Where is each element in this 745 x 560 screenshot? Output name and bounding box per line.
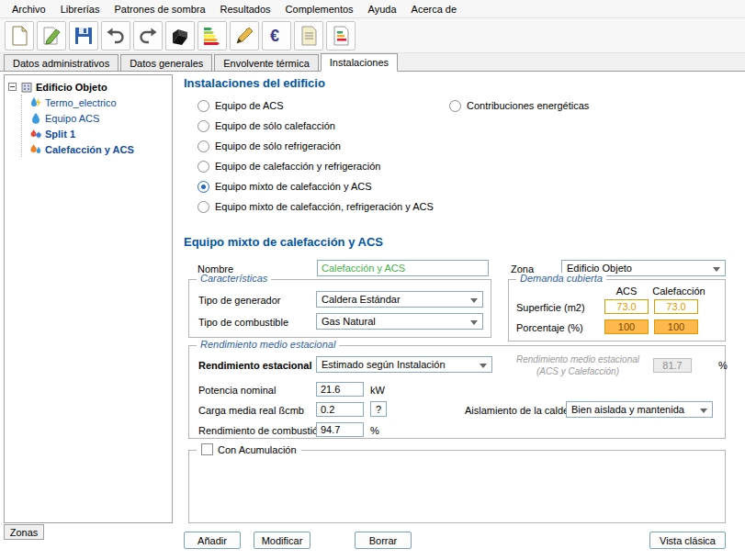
rendimiento-groupbox: Rendimiento medio estacional Rendimiento… — [188, 345, 726, 439]
rendimiento-medio-unit: % — [718, 360, 728, 371]
report-icon — [299, 26, 319, 46]
menu-item-ayuda[interactable]: Ayuda — [361, 2, 404, 17]
acumulacion-legend: Con Acumulación — [197, 443, 301, 455]
radio-equipo-acs[interactable]: Equipo de ACS — [198, 99, 284, 112]
aislamiento-select[interactable]: Bien aislada y mantenida — [566, 401, 713, 418]
radio-calefaccion-y-refrigeracion[interactable]: Equipo de calefacción y refrigeración — [198, 160, 380, 173]
tipo-combustible-value: Gas Natural — [322, 316, 376, 327]
combustion-input[interactable] — [316, 422, 364, 437]
potencia-nominal-input[interactable] — [316, 382, 364, 397]
redo-icon — [138, 26, 158, 46]
tree-root-edificio-objeto[interactable]: Edificio Objeto — [6, 79, 170, 95]
menu-item-archivo[interactable]: Archivo — [5, 2, 53, 17]
radio-mixto-calefaccion-refrigeracion-acs[interactable]: Equipo mixto de calefacción, refrigeraci… — [198, 200, 434, 213]
tipo-combustible-select[interactable]: Gas Natural — [316, 313, 483, 330]
menu-item-complementos[interactable]: Complementos — [278, 2, 361, 17]
svg-text:€: € — [270, 27, 279, 45]
open-edit-button[interactable] — [37, 21, 66, 50]
tree-item-termo-electrico[interactable]: Termo_electrico — [28, 95, 170, 110]
menu-bar: Archivo Librerías Patrones de sombra Res… — [0, 0, 745, 18]
superficie-calefaccion-input[interactable] — [654, 299, 698, 314]
nombre-input[interactable] — [317, 260, 489, 276]
euro-cost-button[interactable]: € — [262, 21, 291, 50]
rendimiento-title: Rendimiento medio estacional — [197, 339, 339, 350]
aislamiento-value: Bien aislada y mantenida — [571, 404, 684, 415]
porcentaje-calefaccion-input[interactable] — [654, 319, 698, 334]
tipo-generador-value: Caldera Estándar — [322, 294, 401, 305]
delete-button[interactable]: Borrar — [355, 532, 412, 549]
radio-icon — [198, 201, 209, 213]
tipo-generador-label: Tipo de generador — [198, 295, 281, 306]
tab-datos-generales[interactable]: Datos generales — [120, 54, 212, 71]
tree-root-label: Edificio Objeto — [36, 82, 107, 93]
open-edit-icon — [41, 26, 62, 46]
rendimiento-estacional-select[interactable]: Estimado según Instalación — [316, 356, 492, 373]
redo-button[interactable] — [133, 21, 163, 50]
demanda-col-calefaccion: Calefacción — [650, 286, 707, 297]
radio-icon — [449, 100, 461, 112]
tree-expander-icon[interactable] — [8, 83, 17, 91]
save-button[interactable] — [69, 21, 98, 50]
tab-envolvente-termica[interactable]: Envolvente térmica — [214, 54, 319, 71]
tab-instalaciones[interactable]: Instalaciones — [321, 53, 398, 72]
menu-item-librerias[interactable]: Librerías — [53, 2, 107, 17]
potencia-nominal-label: Potencia nominal — [198, 385, 276, 396]
radio-solo-refrigeracion[interactable]: Equipo de sólo refrigeración — [198, 140, 341, 152]
porcentaje-acs-input[interactable] — [604, 319, 649, 334]
undo-button[interactable] — [101, 21, 130, 50]
acumulacion-checkbox[interactable] — [201, 443, 213, 455]
water-heater-icon — [29, 96, 41, 108]
installations-title: Instalaciones del edificio — [184, 76, 325, 90]
undo-icon — [106, 26, 126, 46]
carga-media-label: Carga media real ßcmb — [198, 405, 304, 416]
radio-mixto-calefaccion-acs[interactable]: Equipo mixto de calefacción y ACS — [198, 180, 372, 193]
report-button[interactable] — [294, 21, 323, 50]
superficie-acs-input[interactable] — [604, 299, 649, 314]
radio-label: Equipo mixto de calefacción, refrigeraci… — [215, 201, 434, 212]
carga-media-input[interactable] — [316, 402, 364, 417]
acumulacion-label: Con Acumulación — [218, 444, 297, 455]
tree-item-equipo-acs[interactable]: Equipo ACS — [28, 110, 170, 126]
rendimiento-medio-note: Rendimiento medio estacional (ACS y Cale… — [509, 354, 647, 377]
classic-view-button[interactable]: Vista clásica — [649, 532, 726, 549]
radio-solo-calefaccion[interactable]: Equipo de sólo calefacción — [198, 119, 335, 132]
tree-item-label: Equipo ACS — [45, 113, 99, 124]
shadow-pattern-button[interactable] — [165, 21, 195, 50]
rendimiento-estacional-value: Estimado según Instalación — [322, 359, 446, 370]
radio-label: Contribuciones energéticas — [467, 100, 589, 111]
potencia-unit: kW — [370, 385, 385, 396]
caracteristicas-title: Características — [197, 273, 271, 284]
new-file-icon — [9, 26, 29, 46]
content-area: Edificio Objeto Termo_electrico Equipo A… — [0, 72, 745, 560]
euro-icon: € — [266, 26, 287, 46]
tree-children: Termo_electrico Equipo ACS Split 1 — [21, 95, 170, 157]
dhw-droplet-icon — [29, 112, 41, 124]
radio-contribuciones-energeticas[interactable]: Contribuciones energéticas — [449, 99, 589, 112]
menu-item-resultados[interactable]: Resultados — [213, 2, 278, 17]
energy-label-button[interactable] — [198, 21, 227, 50]
tab-strip: Datos administrativos Datos generales En… — [0, 53, 745, 72]
menu-item-acerca-de[interactable]: Acerca de — [404, 2, 465, 17]
acumulacion-groupbox: Con Acumulación — [188, 450, 726, 523]
zonas-button[interactable]: Zonas — [4, 524, 44, 540]
carga-help-button[interactable]: ? — [370, 401, 387, 417]
menu-item-patrones[interactable]: Patrones de sombra — [107, 2, 212, 17]
edit-pencil-button[interactable]: A — [230, 21, 259, 50]
new-file-button[interactable] — [5, 21, 34, 50]
combustion-label: Rendimiento de combustión — [198, 425, 323, 436]
radio-label: Equipo de sólo calefacción — [215, 120, 335, 131]
save-icon — [73, 26, 94, 46]
tree-item-split-1[interactable]: Split 1 — [28, 126, 170, 141]
certificate-button[interactable] — [326, 21, 356, 50]
demanda-title: Demanda cubierta — [516, 273, 606, 284]
building-tree-panel: Edificio Objeto Termo_electrico Equipo A… — [4, 74, 173, 523]
tipo-generador-select[interactable]: Caldera Estándar — [316, 291, 483, 308]
add-button[interactable]: Añadir — [184, 532, 241, 549]
modify-button[interactable]: Modificar — [254, 532, 310, 549]
tab-datos-administrativos[interactable]: Datos administrativos — [4, 54, 119, 71]
tree-item-calefaccion-y-acs[interactable]: Calefacción y ACS — [28, 141, 170, 157]
combustion-unit: % — [370, 425, 379, 436]
caracteristicas-groupbox: Características Tipo de generador Calder… — [188, 279, 491, 338]
aislamiento-label: Aislamiento de la caldera — [465, 405, 578, 416]
radio-label: Equipo de calefacción y refrigeración — [215, 161, 380, 172]
